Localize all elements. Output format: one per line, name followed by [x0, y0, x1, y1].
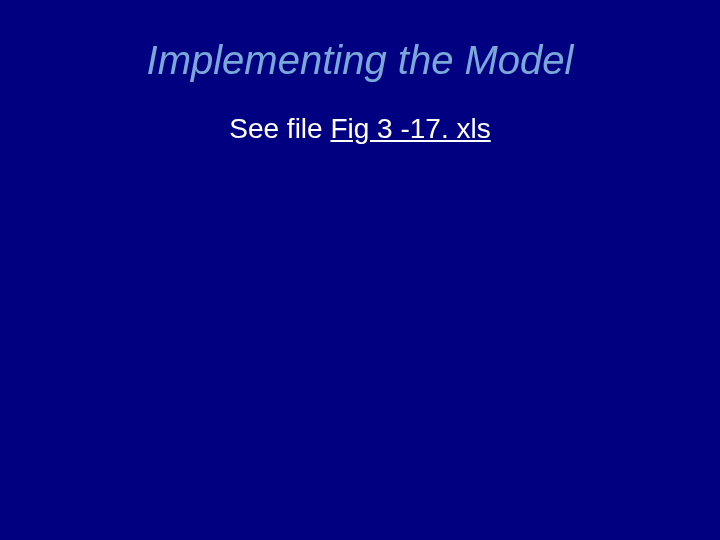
body-prefix: See file [229, 113, 330, 144]
slide-title: Implementing the Model [0, 38, 720, 83]
slide-container: Implementing the Model See file Fig 3 -1… [0, 0, 720, 540]
file-link[interactable]: Fig 3 -17. xls [330, 113, 490, 144]
slide-body: See file Fig 3 -17. xls [0, 113, 720, 145]
